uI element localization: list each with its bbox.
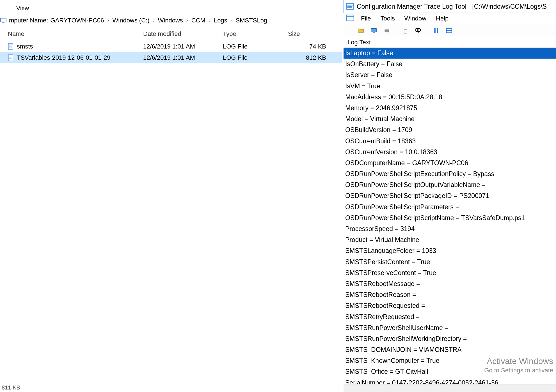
highlight-button[interactable] — [443, 26, 455, 36]
menu-file[interactable]: File — [361, 15, 371, 22]
log-line[interactable]: SMSTSRunPowerShellWorkingDirectory = — [344, 333, 556, 344]
breadcrumb-item[interactable]: Logs — [213, 17, 228, 24]
log-line[interactable]: MacAddress = 00:15:5D:0A:28:18 — [344, 92, 556, 103]
app-icon — [346, 3, 354, 10]
open-file-button[interactable] — [355, 26, 367, 36]
log-file-icon — [8, 43, 14, 50]
toolbar-separator — [396, 26, 396, 35]
file-date: 12/6/2019 1:01 AM — [143, 54, 223, 61]
menu-tools[interactable]: Tools — [380, 15, 395, 22]
log-line[interactable]: OSDRunPowerShellScriptParameters = — [344, 202, 556, 213]
file-name: TSVariables-2019-12-06-01-01-29 — [17, 54, 110, 61]
file-list-header: ˆ Name Date modified Type Size — [0, 27, 342, 41]
breadcrumb-prefix: mputer Name: — [8, 17, 49, 24]
log-line[interactable]: Product = Virtual Machine — [344, 234, 556, 245]
svg-rect-26 — [404, 29, 407, 33]
app-icon — [346, 15, 354, 21]
file-type: LOG File — [223, 54, 288, 61]
sort-asc-icon: ˆ — [72, 25, 73, 30]
log-line[interactable]: SMSTSLanguageFolder = 1033 — [344, 245, 556, 256]
ribbon: View — [0, 0, 342, 14]
svg-rect-23 — [385, 28, 388, 29]
chevron-right-icon: › — [105, 17, 111, 23]
log-line[interactable]: OSDRunPowerShellScriptExecutionPolicy = … — [344, 169, 556, 179]
menu-window[interactable]: Window — [404, 15, 426, 22]
log-line[interactable]: SMSTSPersistContent = True — [344, 257, 556, 268]
log-column-header[interactable]: Log Text — [344, 37, 556, 48]
chevron-right-icon: › — [151, 17, 157, 23]
menu-help[interactable]: Help — [436, 15, 449, 22]
svg-rect-21 — [373, 32, 375, 33]
file-row[interactable]: smsts12/6/2019 1:01 AMLOG File74 KB — [0, 41, 342, 52]
log-line[interactable]: SMSTS_Office = GT-CityHall — [344, 366, 556, 377]
log-lines[interactable]: IsLaptop = FalseIsOnBattery = FalseIsSer… — [344, 48, 556, 392]
svg-rect-31 — [437, 28, 438, 33]
log-line[interactable]: SMSTS_KnownComputer = True — [344, 355, 556, 366]
status-text: 811 KB — [2, 384, 20, 391]
log-line[interactable]: Memory = 2046.9921875 — [344, 103, 556, 114]
log-line[interactable]: OSDRunPowerShellScriptPackageID = PS2000… — [344, 190, 556, 201]
open-on-server-button[interactable] — [368, 26, 379, 36]
toolbar-grip: ⋮ — [349, 27, 354, 34]
log-line[interactable]: OSDComputerName = GARYTOWN-PC06 — [344, 158, 556, 169]
log-line[interactable]: SMSTSRebootReason = — [344, 289, 556, 300]
svg-rect-0 — [1, 18, 6, 22]
log-line[interactable]: SMSTSRebootMessage = — [344, 278, 556, 289]
breadcrumb[interactable]: mputer Name: GARYTOWN-PC06 › Windows (C:… — [0, 14, 342, 27]
log-line[interactable]: Model = Virtual Machine — [344, 114, 556, 124]
log-line[interactable]: OSCurrentVersion = 10.0.18363 — [344, 147, 556, 158]
cmtrace-window: Configuration Manager Trace Log Tool - [… — [342, 0, 556, 392]
chevron-right-icon: › — [228, 17, 235, 23]
chevron-right-icon: › — [207, 17, 213, 23]
ribbon-tab-view[interactable]: View — [12, 3, 33, 14]
log-line[interactable]: ProcessorSpeed = 3194 — [344, 223, 556, 234]
log-line[interactable]: SMSTSPreserveContent = True — [344, 268, 556, 278]
title-text: Configuration Manager Trace Log Tool - [… — [357, 3, 547, 10]
svg-rect-1 — [2, 22, 4, 23]
status-bar: 811 KB — [0, 383, 20, 392]
pause-button[interactable] — [431, 26, 442, 36]
file-explorer: View mputer Name: GARYTOWN-PC06 › Window… — [0, 0, 342, 392]
log-line[interactable]: OSBuildVersion = 1709 — [344, 124, 556, 135]
log-line[interactable]: OSCurrentBuild = 18363 — [344, 136, 556, 147]
column-header-name[interactable]: ˆ Name — [0, 29, 143, 39]
status-bar — [344, 384, 556, 392]
breadcrumb-item[interactable]: SMSTSLog — [235, 17, 269, 24]
log-line[interactable]: IsOnBattery = False — [344, 59, 556, 70]
file-size: 74 KB — [288, 43, 332, 50]
svg-rect-20 — [371, 28, 377, 32]
copy-button[interactable] — [399, 26, 411, 36]
file-date: 12/6/2019 1:01 AM — [143, 43, 223, 50]
log-line[interactable]: SMSTSRetryRequested = — [344, 312, 556, 322]
breadcrumb-item[interactable]: CCM — [190, 17, 207, 24]
svg-rect-30 — [434, 28, 436, 33]
log-line[interactable]: OSDRunPowerShellScriptScriptName = TSVar… — [344, 213, 556, 223]
menu-bar: File Tools Window Help — [344, 13, 556, 24]
column-header-size[interactable]: Size — [288, 29, 332, 39]
toolbar: ⋮ — [344, 24, 556, 37]
breadcrumb-item[interactable]: GARYTOWN-PC06 — [49, 17, 105, 24]
file-name: smsts — [17, 43, 33, 50]
file-row[interactable]: TSVariables-2019-12-06-01-01-2912/6/2019… — [0, 52, 342, 63]
log-line[interactable]: OSDRunPowerShellScriptOutputVariableName… — [344, 179, 556, 190]
log-line[interactable]: IsServer = False — [344, 70, 556, 80]
file-type: LOG File — [223, 43, 288, 50]
svg-rect-24 — [385, 31, 388, 33]
log-line[interactable]: IsLaptop = False — [344, 48, 556, 59]
print-button[interactable] — [381, 26, 392, 36]
column-header-date[interactable]: Date modified — [143, 29, 223, 39]
column-header-type[interactable]: Type — [223, 29, 288, 39]
computer-icon — [0, 17, 7, 24]
log-line[interactable]: SMSTSRebootRequested = — [344, 300, 556, 311]
find-button[interactable] — [412, 26, 424, 36]
breadcrumb-item[interactable]: Windows — [157, 17, 184, 24]
file-list: smsts12/6/2019 1:01 AMLOG File74 KBTSVar… — [0, 41, 342, 63]
title-bar[interactable]: Configuration Manager Trace Log Tool - [… — [344, 0, 556, 13]
svg-rect-33 — [446, 30, 452, 31]
log-line[interactable]: SMSTSRunPowerShellUserName = — [344, 322, 556, 333]
chevron-right-icon: › — [184, 17, 190, 23]
breadcrumb-item[interactable]: Windows (C:) — [111, 17, 151, 24]
log-file-icon — [8, 54, 14, 61]
log-line[interactable]: IsVM = True — [344, 81, 556, 92]
log-line[interactable]: SMSTS_DOMAINJOIN = VIAMONSTRA — [344, 344, 556, 355]
